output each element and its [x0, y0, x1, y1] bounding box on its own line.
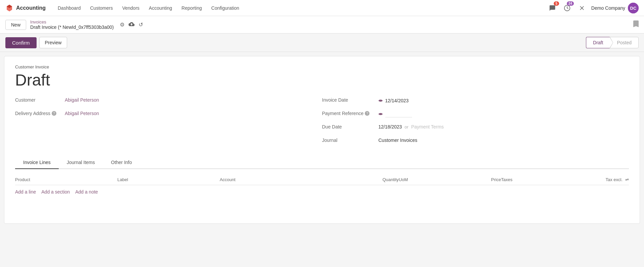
company-selector[interactable]: Demo Company DC [591, 3, 639, 13]
svg-text:DC: DC [630, 6, 637, 11]
col-header-product: Product [15, 177, 117, 182]
col-header-account: Account [220, 177, 348, 182]
customer-label: Customer [15, 97, 62, 103]
breadcrumb-link[interactable]: Invoices [30, 19, 114, 24]
nav-configuration[interactable]: Configuration [207, 3, 243, 13]
activities-badge: 24 [567, 1, 574, 6]
payment-terms-input[interactable]: Payment Terms [411, 124, 444, 129]
main-content: Customer Invoice Draft Customer Abigail … [4, 56, 640, 224]
due-date-value-group: 12/18/2023 or Payment Terms [379, 124, 444, 129]
form-grid: Customer Abigail Peterson Delivery Addre… [15, 97, 629, 148]
breadcrumb: Invoices Draft Invoice (* NewId_0x7ff530… [30, 19, 114, 30]
column-settings-icon[interactable]: ⇌ [625, 177, 629, 182]
status-draft-button[interactable]: Draft [586, 37, 610, 48]
delivery-address-row: Delivery Address ? Abigail Peterson [15, 111, 322, 121]
confirm-button[interactable]: Confirm [5, 37, 37, 48]
settings-gear-icon[interactable]: ⚙ [119, 21, 125, 29]
bookmark-icon[interactable] [633, 20, 639, 29]
col-header-price: Price [450, 177, 501, 182]
delivery-address-label: Delivery Address ? [15, 111, 62, 116]
tab-invoice-lines[interactable]: Invoice Lines [15, 156, 59, 169]
upload-icon[interactable] [128, 20, 135, 29]
nav-right: 5 24 Demo Company DC [547, 3, 639, 13]
delivery-address-help-icon[interactable]: ? [52, 111, 56, 116]
add-row: Add a line Add a section Add a note [15, 185, 629, 199]
journal-row: Journal Customer Invoices [322, 138, 629, 148]
col-header-taxes: Taxes [501, 177, 578, 182]
due-date-value[interactable]: 12/18/2023 [379, 124, 402, 129]
action-bar: Confirm Preview Draft Posted [0, 34, 644, 52]
payment-reference-row: Payment Reference ? [322, 111, 629, 121]
tab-other-info[interactable]: Other Info [103, 156, 140, 169]
invoice-status-title: Draft [15, 71, 629, 89]
customer-value[interactable]: Abigail Peterson [65, 97, 99, 103]
invoice-date-label: Invoice Date [322, 97, 376, 103]
delivery-address-value[interactable]: Abigail Peterson [65, 111, 99, 116]
breadcrumb-title: Draft Invoice (* NewId_0x7ff5303b3a00) [30, 24, 114, 30]
app-logo[interactable]: Accounting [5, 4, 46, 12]
journal-label: Journal [322, 138, 376, 143]
invoice-date-value[interactable]: 12/14/2023 [385, 98, 409, 103]
col-header-quantity: Quantity [348, 177, 399, 182]
messages-button[interactable]: 5 [547, 3, 558, 13]
payment-reference-label: Payment Reference ? [322, 111, 376, 116]
nav-dashboard[interactable]: Dashboard [54, 3, 85, 13]
due-date-label: Due Date [322, 124, 376, 129]
close-icon[interactable] [577, 3, 587, 13]
payment-reference-value[interactable] [385, 111, 412, 117]
customer-row: Customer Abigail Peterson [15, 97, 322, 108]
refresh-icon[interactable]: ↺ [138, 21, 144, 29]
toolbar-row: New Invoices Draft Invoice (* NewId_0x7f… [0, 16, 644, 34]
activities-button[interactable]: 24 [562, 3, 573, 13]
due-date-row: Due Date 12/18/2023 or Payment Terms [322, 124, 629, 135]
invoice-type-label: Customer Invoice [15, 64, 629, 69]
top-nav: Accounting Dashboard Customers Vendors A… [0, 0, 644, 16]
new-button[interactable]: New [5, 20, 26, 30]
app-name: Accounting [16, 5, 46, 11]
toolbar-icons: ⚙ ↺ [119, 20, 144, 29]
status-bar: Draft Posted [586, 37, 639, 48]
company-name: Demo Company [591, 5, 625, 11]
preview-button[interactable]: Preview [39, 37, 67, 48]
add-note-button[interactable]: Add a note [75, 189, 98, 195]
nav-reporting[interactable]: Reporting [178, 3, 206, 13]
nav-items: Dashboard Customers Vendors Accounting R… [54, 3, 539, 13]
tab-journal-items[interactable]: Journal Items [59, 156, 103, 169]
add-section-button[interactable]: Add a section [41, 189, 70, 195]
col-header-uom: UoM [399, 177, 450, 182]
tabs-bar: Invoice Lines Journal Items Other Info [15, 156, 629, 169]
invoice-table: Product Label Account Quantity UoM Price… [15, 174, 629, 199]
add-line-button[interactable]: Add a line [15, 189, 36, 195]
nav-accounting[interactable]: Accounting [145, 3, 176, 13]
nav-customers[interactable]: Customers [86, 3, 117, 13]
form-section-left: Customer Abigail Peterson Delivery Addre… [15, 97, 322, 148]
journal-value[interactable]: Customer Invoices [379, 138, 417, 143]
avatar: DC [628, 3, 639, 13]
or-text: or [405, 124, 409, 129]
payment-reference-help-icon[interactable]: ? [365, 111, 369, 116]
form-section-right: Invoice Date 12/14/2023 Payment Referenc… [322, 97, 629, 148]
table-header: Product Label Account Quantity UoM Price… [15, 174, 629, 185]
nav-vendors[interactable]: Vendors [118, 3, 143, 13]
col-header-label: Label [117, 177, 220, 182]
messages-badge: 5 [554, 1, 559, 6]
status-posted-button[interactable]: Posted [610, 37, 639, 48]
col-header-tax-excl: Tax excl. ⇌ [578, 177, 629, 182]
invoice-date-row: Invoice Date 12/14/2023 [322, 97, 629, 108]
